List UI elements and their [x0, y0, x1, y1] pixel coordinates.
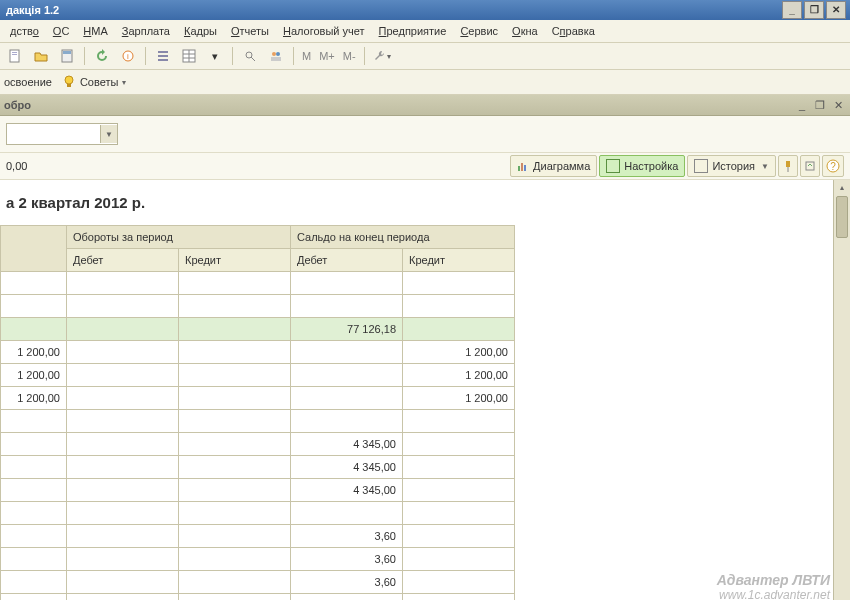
- cell: 1 200,00: [403, 341, 515, 364]
- menu-налоговый учет[interactable]: Налоговый учет: [277, 23, 371, 39]
- cell: 3,60: [291, 548, 403, 571]
- subwindow-minimize[interactable]: _: [794, 98, 810, 112]
- toolbar-arrow-icon[interactable]: ▾: [204, 45, 226, 67]
- svg-rect-1: [12, 52, 17, 53]
- table-row[interactable]: 1 200,001 200,00: [1, 387, 515, 410]
- toolbar-find-icon[interactable]: [239, 45, 261, 67]
- toolbar-doc-icon[interactable]: [4, 45, 26, 67]
- report-table: Обороты за период Сальдо на конец период…: [0, 225, 515, 600]
- table-row[interactable]: 4 345,00: [1, 456, 515, 479]
- svg-rect-20: [67, 84, 71, 87]
- cell: [1, 295, 67, 318]
- cell: [1, 272, 67, 295]
- cell: [67, 594, 179, 601]
- action-pin-button[interactable]: [778, 155, 798, 177]
- combo-dropdown-icon[interactable]: ▼: [100, 125, 117, 143]
- table-row[interactable]: [1, 410, 515, 433]
- menu-окна[interactable]: Окна: [506, 23, 544, 39]
- table-row[interactable]: 1 200,001 200,00: [1, 341, 515, 364]
- cell: [179, 525, 291, 548]
- svg-rect-21: [518, 166, 520, 171]
- cell: [403, 479, 515, 502]
- svg-rect-8: [158, 55, 168, 57]
- menu-кадры[interactable]: Кадры: [178, 23, 223, 39]
- cell: 1 200,00: [1, 364, 67, 387]
- window-titlebar: дакція 1.2 _ ❐ ✕: [0, 0, 850, 20]
- table-row[interactable]: 3,60: [1, 525, 515, 548]
- minimize-button[interactable]: _: [782, 1, 802, 19]
- menu-отчеты[interactable]: Отчеты: [225, 23, 275, 39]
- account-combo[interactable]: ▼: [6, 123, 118, 145]
- menu-дство[interactable]: дство: [4, 23, 45, 39]
- vertical-scrollbar[interactable]: ▴: [833, 180, 850, 600]
- cell: [1, 318, 67, 341]
- menu-зарплата[interactable]: Зарплата: [116, 23, 176, 39]
- window-title: дакція 1.2: [6, 0, 59, 20]
- table-row[interactable]: [1, 295, 515, 318]
- toolbar-refresh-icon[interactable]: [91, 45, 113, 67]
- cell: [67, 479, 179, 502]
- cell: [1, 456, 67, 479]
- menu-сервис[interactable]: Сервис: [454, 23, 504, 39]
- toolbar-users-icon[interactable]: [265, 45, 287, 67]
- tips-button[interactable]: Советы ▾: [58, 73, 130, 91]
- memory-m-plus[interactable]: M+: [317, 50, 337, 62]
- cell: [1, 479, 67, 502]
- table-row[interactable]: 1 200,001 200,00: [1, 364, 515, 387]
- menu-нма[interactable]: НМА: [77, 23, 113, 39]
- toolbar-wrench-icon[interactable]: ▾: [371, 45, 393, 67]
- cell: 3,60: [291, 525, 403, 548]
- toolbar-table-icon[interactable]: [178, 45, 200, 67]
- svg-rect-26: [806, 162, 814, 170]
- menu-справка[interactable]: Справка: [546, 23, 601, 39]
- menu-предприятие[interactable]: Предприятие: [373, 23, 453, 39]
- table-row[interactable]: 4 345,00: [1, 479, 515, 502]
- report-content: а 2 квартал 2012 р. Обороты за период Са…: [0, 180, 850, 600]
- action-row: 0,00 Диаграмма Настройка История ▼ ?: [0, 153, 850, 180]
- table-row[interactable]: [1, 594, 515, 601]
- close-button[interactable]: ✕: [826, 1, 846, 19]
- report-title: а 2 квартал 2012 р.: [6, 194, 833, 211]
- table-row[interactable]: 4 345,00: [1, 433, 515, 456]
- menu-ос[interactable]: ОС: [47, 23, 76, 39]
- col-header-first: [1, 226, 67, 272]
- cell: [1, 410, 67, 433]
- secondary-toolbar: освоение Советы ▾: [0, 70, 850, 95]
- osvoenie-label[interactable]: освоение: [4, 76, 52, 88]
- scroll-thumb[interactable]: [836, 196, 848, 238]
- main-toolbar: i ▾ M M+ M- ▾: [0, 43, 850, 70]
- toolbar-open-icon[interactable]: [30, 45, 52, 67]
- toolbar-list-icon[interactable]: [152, 45, 174, 67]
- restore-button[interactable]: ❐: [804, 1, 824, 19]
- cell: [179, 571, 291, 594]
- toolbar-calc-icon[interactable]: [56, 45, 78, 67]
- svg-rect-4: [63, 51, 71, 54]
- cell: [179, 502, 291, 525]
- table-row[interactable]: 3,60: [1, 548, 515, 571]
- cell: [403, 456, 515, 479]
- table-row[interactable]: 77 126,18: [1, 318, 515, 341]
- toolbar-info-icon[interactable]: i: [117, 45, 139, 67]
- cell: [403, 433, 515, 456]
- table-row[interactable]: [1, 272, 515, 295]
- cell: [1, 571, 67, 594]
- col-header-credit-2: Кредит: [403, 249, 515, 272]
- action-export-button[interactable]: [800, 155, 820, 177]
- history-button[interactable]: История ▼: [687, 155, 776, 177]
- subwindow-close[interactable]: ✕: [830, 98, 846, 112]
- subwindow-restore[interactable]: ❐: [812, 98, 828, 112]
- help-button[interactable]: ?: [822, 155, 844, 177]
- cell: [179, 548, 291, 571]
- memory-m[interactable]: M: [300, 50, 313, 62]
- scroll-up-icon[interactable]: ▴: [834, 180, 850, 194]
- diagram-button[interactable]: Диаграмма: [510, 155, 597, 177]
- table-row[interactable]: [1, 502, 515, 525]
- cell: [403, 502, 515, 525]
- cell: [403, 410, 515, 433]
- memory-m-minus[interactable]: M-: [341, 50, 358, 62]
- cell: [67, 456, 179, 479]
- cell: [291, 364, 403, 387]
- cell: [67, 410, 179, 433]
- settings-button[interactable]: Настройка: [599, 155, 685, 177]
- table-row[interactable]: 3,60: [1, 571, 515, 594]
